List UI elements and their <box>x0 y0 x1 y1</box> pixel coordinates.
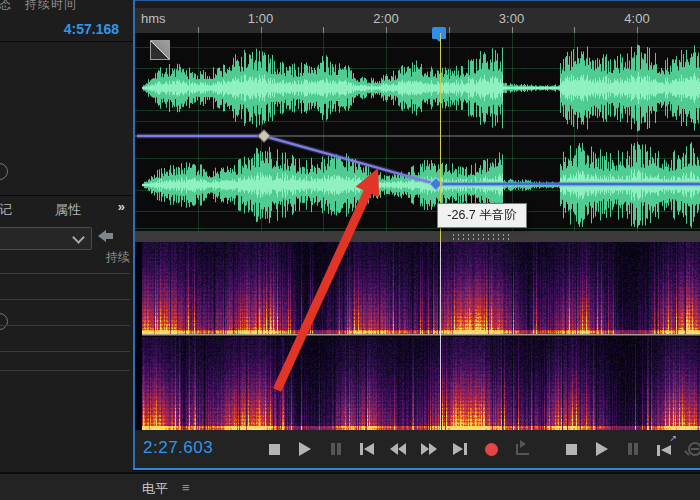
play-icon <box>299 442 311 456</box>
pause-icon <box>628 443 638 455</box>
panel-border <box>133 468 700 470</box>
levels-panel: 电平 ≡ <box>0 472 700 500</box>
divider <box>0 370 130 371</box>
current-time-display[interactable]: 2:27.603 <box>143 438 213 458</box>
skip-to-start-icon <box>360 443 374 455</box>
rewind-icon <box>390 443 406 455</box>
divider <box>0 299 130 300</box>
divider <box>0 273 130 274</box>
clip-gain-icon[interactable] <box>150 40 170 60</box>
transport-pause-button[interactable] <box>622 437 644 461</box>
clipped-icon <box>0 163 8 180</box>
ruler-label-3:00: 3:00 <box>499 11 524 26</box>
tab-properties[interactable]: 属性 <box>55 201 81 219</box>
divider <box>0 351 130 352</box>
skip-to-end-icon <box>453 443 467 455</box>
audition-app: 状态 持续时间 4:57.168 标记 属性 » 持续 hms <box>0 0 700 500</box>
spectrogram-canvas[interactable] <box>135 242 700 430</box>
transport-record-button[interactable] <box>480 437 502 461</box>
ruler-unit-label: hms <box>141 11 166 26</box>
timeline-ruler[interactable]: hms 1:002:003:004:00 <box>135 8 700 33</box>
zoom-out-icon <box>688 442 700 456</box>
transport-bar: 2:27.603 ↗ <box>135 430 700 468</box>
spectrogram-display[interactable] <box>135 242 700 430</box>
transport-play-button[interactable] <box>294 437 316 461</box>
duration-label: 持续 <box>106 249 130 266</box>
tab-overflow-icon[interactable]: » <box>118 199 125 214</box>
playhead-handle[interactable] <box>432 27 446 39</box>
ruler-top-strip <box>135 1 700 8</box>
marker-type-dropdown[interactable] <box>0 227 92 250</box>
loop-icon <box>516 444 529 455</box>
pause-icon <box>331 443 341 455</box>
divider <box>0 41 133 42</box>
envelope-value-tooltip: -26.7 半音阶 <box>437 203 527 228</box>
left-sidebar: 状态 持续时间 4:57.168 标记 属性 » 持续 <box>0 0 133 472</box>
scrollbar-grip[interactable] <box>451 233 509 240</box>
ruler-label-1:00: 1:00 <box>248 11 273 26</box>
sidebar-column-headers: 状态 持续时间 <box>0 0 146 13</box>
ruler-label-2:00: 2:00 <box>373 11 398 26</box>
transport-stop-button[interactable] <box>560 437 582 461</box>
ruler-label-4:00: 4:00 <box>624 11 649 26</box>
transport-loop-button[interactable] <box>511 437 533 461</box>
transport-fast-forward-button[interactable] <box>418 437 440 461</box>
playhead-line <box>440 242 441 430</box>
stop-icon <box>566 444 577 455</box>
chevron-down-icon <box>72 231 85 244</box>
sidebar-tab-bar: 标记 属性 » <box>0 197 133 222</box>
transport-zoom-out-button[interactable] <box>684 437 700 461</box>
fast-forward-icon <box>421 443 437 455</box>
divider <box>0 195 133 196</box>
move-playhead-icon <box>657 443 671 455</box>
clipped-icon <box>0 313 8 330</box>
divider <box>0 325 130 326</box>
waveform-editor-panel: hms 1:002:003:004:00 -26.7 半音阶 <box>133 0 700 471</box>
status-column-label: 状态 <box>0 0 12 11</box>
waveform-display[interactable] <box>135 33 700 231</box>
total-duration-value: 4:57.168 <box>64 21 119 37</box>
transport-move-playhead-button[interactable]: ↗ <box>653 437 675 461</box>
transport-rewind-button[interactable] <box>387 437 409 461</box>
transport-skip-to-end-button[interactable] <box>449 437 471 461</box>
transport-group-1 <box>263 430 533 468</box>
stop-icon <box>269 444 280 455</box>
transport-play-button[interactable] <box>591 437 613 461</box>
tab-markers[interactable]: 标记 <box>0 201 12 219</box>
duration-column-label: 持续时间 <box>25 0 77 11</box>
waveform-canvas[interactable] <box>135 33 700 231</box>
back-arrow-icon[interactable] <box>98 230 114 242</box>
play-icon <box>596 442 608 456</box>
horizontal-scrollbar[interactable] <box>135 231 700 242</box>
transport-stop-button[interactable] <box>263 437 285 461</box>
levels-panel-title: 电平 <box>142 480 168 498</box>
transport-pause-button[interactable] <box>325 437 347 461</box>
modifier-arrow-icon: ↗ <box>669 433 677 443</box>
panel-menu-icon[interactable]: ≡ <box>182 480 190 495</box>
transport-group-2: ↗ <box>560 430 700 468</box>
record-icon <box>485 443 498 456</box>
transport-skip-to-start-button[interactable] <box>356 437 378 461</box>
